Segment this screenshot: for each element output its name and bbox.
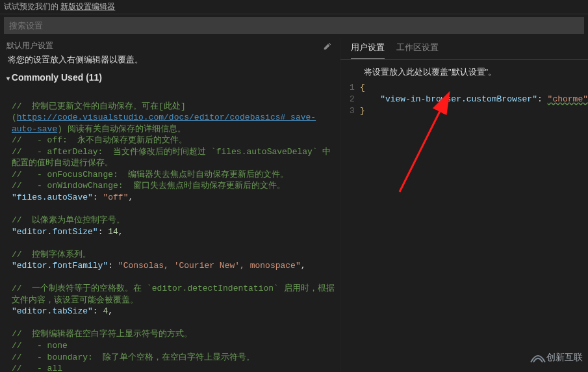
pencil-icon[interactable] (323, 42, 332, 51)
default-settings-hint: 将您的设置放入右侧编辑器以覆盖。 (8, 54, 337, 66)
comma: , (128, 193, 133, 202)
line-number: 1 (340, 82, 355, 94)
line-number: 3 (340, 105, 355, 117)
comma: , (118, 227, 123, 237)
colon: : (108, 261, 118, 271)
setting-value: 14 (108, 227, 118, 237)
setting-key: "editor.fontFamily" (12, 261, 108, 271)
colon: : (537, 94, 548, 104)
colon: : (93, 306, 103, 316)
tab-user-settings[interactable]: 用户设置 (351, 42, 385, 59)
comment: // - boundary: 除了单个空格，在空白字符上显示符号。 (12, 352, 255, 362)
comment: // 以像素为单位控制字号。 (12, 215, 125, 225)
user-settings-pane: 用户设置 工作区设置 将设置放入此处以覆盖"默认设置"。 1 2 3 { "vi… (340, 38, 588, 372)
watermark-text: 创新互联 (546, 352, 583, 364)
json-value: "chorme" (548, 94, 588, 104)
comment: ) 阅读有关自动保存的详细信息。 (57, 124, 186, 134)
setting-key: "files.autoSave" (12, 193, 93, 202)
comment: // 一个制表符等于的空格数。在 `editor.detectIndentati… (12, 284, 335, 305)
preview-link[interactable]: 新版设置编辑器 (60, 2, 115, 11)
line-number: 2 (340, 94, 355, 105)
comment: // 控制字体系列。 (12, 250, 91, 259)
preview-text: 试试预览我们的 (4, 2, 60, 11)
preview-bar: 试试预览我们的 新版设置编辑器 (0, 0, 588, 14)
brace-open: { (360, 83, 365, 92)
user-settings-editor[interactable]: 1 2 3 { "view-in-browser.customBrowser":… (340, 82, 588, 117)
search-input[interactable] (9, 21, 579, 31)
user-settings-hint: 将设置放入此处以覆盖"默认设置"。 (364, 66, 588, 78)
default-settings-code: // 控制已更新文件的自动保存。可在[此处](https://code.visu… (6, 89, 337, 372)
watermark: 创新互联 (523, 343, 588, 372)
comment: // - all (12, 364, 62, 372)
comment: // - off: 永不自动保存更新后的文件。 (12, 135, 187, 145)
comment: // - afterDelay: 当文件修改后的时间超过 `files.auto… (12, 147, 331, 168)
setting-value: "Consolas, 'Courier New', monospace" (118, 261, 301, 271)
setting-key: "editor.fontSize" (12, 227, 98, 237)
colon: : (93, 193, 103, 202)
comment: // - onFocusChange: 编辑器失去焦点时自动保存更新后的文件。 (12, 170, 288, 179)
setting-key: "editor.tabSize" (12, 306, 93, 316)
colon: : (98, 227, 109, 237)
tab-workspace-settings[interactable]: 工作区设置 (396, 42, 439, 59)
comma: , (108, 306, 113, 316)
comment: // 控制编辑器在空白字符上显示符号的方式。 (12, 329, 192, 339)
setting-value: "off" (103, 193, 128, 202)
default-settings-pane: 默认用户设置 将您的设置放入右侧编辑器以覆盖。 Commonly Used (1… (0, 38, 340, 372)
brace-close: } (360, 106, 365, 116)
comment: // - onWindowChange: 窗口失去焦点时自动保存更新后的文件。 (12, 181, 285, 191)
json-key: "view-in-browser.customBrowser" (380, 94, 537, 104)
line-gutter: 1 2 3 (340, 82, 360, 117)
search-bar[interactable] (4, 17, 584, 34)
default-settings-title: 默认用户设置 (6, 40, 53, 51)
comma: , (301, 261, 306, 271)
settings-tabs: 用户设置 工作区设置 (340, 38, 588, 60)
comment: // - none (12, 341, 68, 351)
commonly-used-section[interactable]: Commonly Used (11) (6, 72, 337, 83)
